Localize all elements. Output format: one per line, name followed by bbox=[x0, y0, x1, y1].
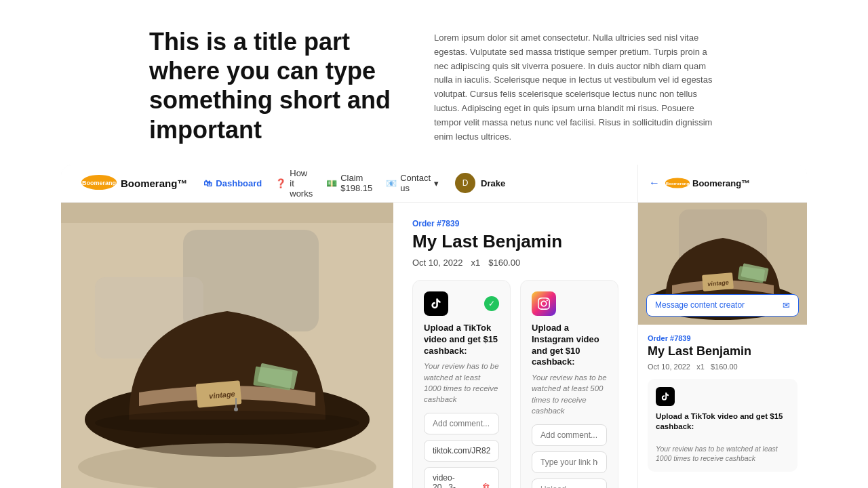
tiktok-file-row: video-20...3-24.mp4 🗑 bbox=[424, 467, 499, 488]
instagram-comment-input[interactable] bbox=[532, 424, 607, 446]
tiktok-filename: video-20...3-24.mp4 bbox=[433, 473, 477, 488]
right-tiktok-header bbox=[656, 387, 789, 406]
page-title: This is a title part where you can type … bbox=[149, 27, 393, 144]
svg-text:Boomerang: Boomerang bbox=[666, 181, 690, 186]
dashboard-label: Dashboard bbox=[216, 178, 262, 188]
right-logo-icon: Boomerang bbox=[665, 178, 690, 188]
page-description: Lorem ipsum dolor sit amet consectetur. … bbox=[434, 27, 719, 144]
claim-label: Claim $198.15 bbox=[340, 173, 372, 193]
nav-contact[interactable]: 📧 Contact us ▾ bbox=[386, 173, 439, 193]
tiktok-icon bbox=[424, 291, 448, 316]
instagram-icon bbox=[532, 291, 556, 316]
completed-badge: ✓ bbox=[484, 296, 499, 311]
chevron-down-icon: ▾ bbox=[434, 178, 439, 188]
right-logo-text: Boomerang™ bbox=[692, 178, 750, 188]
instagram-card-header bbox=[532, 291, 607, 316]
nav-claim[interactable]: 💵 Claim $198.15 bbox=[326, 173, 372, 193]
right-order-label: Order #7839 bbox=[648, 334, 797, 342]
nav-bar: Boomerang Boomerang™ 🛍 Dashboard ❓ How i… bbox=[61, 165, 393, 203]
right-order-price: $160.00 bbox=[711, 363, 738, 371]
claim-icon: 💵 bbox=[326, 178, 337, 188]
left-panel: Boomerang Boomerang™ 🛍 Dashboard ❓ How i… bbox=[61, 165, 393, 488]
order-date: Oct 10, 2022 bbox=[412, 258, 462, 268]
message-icon: ✉ bbox=[783, 300, 790, 310]
right-order-meta: Oct 10, 2022 x1 $160.00 bbox=[648, 363, 797, 371]
order-content: Order #7839 My Last Benjamin Oct 10, 202… bbox=[393, 203, 637, 488]
logo-text: Boomerang™ bbox=[121, 178, 187, 189]
right-tiktok-offer-desc: Your review has to be watched at least 1… bbox=[656, 444, 789, 464]
product-image: vintage bbox=[61, 203, 393, 488]
tiktok-offer-title: Upload a TikTok video and get $15 cashba… bbox=[424, 323, 499, 357]
right-panel: ← Boomerang Boomerang™ vintage bbox=[637, 165, 807, 488]
instagram-offer-title: Upload a Instagram video and get $10 cas… bbox=[532, 323, 607, 369]
right-content: Order #7839 My Last Benjamin Oct 10, 202… bbox=[638, 325, 807, 481]
tiktok-card-header: ✓ bbox=[424, 291, 499, 316]
tiktok-comment-input[interactable] bbox=[424, 413, 499, 434]
offer-cards: ✓ Upload a TikTok video and get $15 cash… bbox=[412, 280, 618, 488]
logo: Boomerang Boomerang™ bbox=[81, 175, 187, 192]
contact-label: Contact us bbox=[400, 173, 431, 193]
instagram-offer-desc: Your review has to be watched at least 5… bbox=[532, 372, 607, 415]
instagram-card: Upload a Instagram video and get $10 cas… bbox=[520, 280, 618, 488]
right-tiktok-offer-title: Upload a TikTok video and get $15 cashba… bbox=[656, 411, 789, 432]
tiktok-link-input[interactable] bbox=[424, 440, 499, 462]
tiktok-offer-desc: Your review has to be watched at least 1… bbox=[424, 361, 499, 404]
right-nav: ← Boomerang Boomerang™ bbox=[638, 165, 807, 203]
avatar: D bbox=[455, 173, 475, 193]
upload-placeholder: Upload same file... bbox=[540, 485, 586, 488]
right-order-date: Oct 10, 2022 bbox=[648, 363, 690, 371]
order-meta: Oct 10, 2022 x1 $160.00 bbox=[412, 258, 618, 268]
nav-dashboard[interactable]: 🛍 Dashboard bbox=[203, 178, 262, 188]
svg-point-12 bbox=[95, 411, 359, 435]
top-section: This is a title part where you can type … bbox=[0, 0, 868, 165]
svg-text:Boomerang: Boomerang bbox=[82, 180, 116, 186]
howworks-label: How it works bbox=[290, 168, 313, 199]
username: Drake bbox=[481, 178, 505, 188]
content-area: Order #7839 My Last Benjamin Oct 10, 202… bbox=[393, 165, 637, 488]
right-tiktok-icon bbox=[656, 387, 675, 406]
order-label: Order #7839 bbox=[412, 219, 618, 228]
nav-how-it-works[interactable]: ❓ How it works bbox=[275, 168, 313, 199]
contact-icon: 📧 bbox=[386, 178, 397, 188]
message-content-creator-button[interactable]: Message content creator ✉ bbox=[646, 294, 799, 317]
order-price: $160.00 bbox=[488, 258, 520, 268]
back-arrow-icon[interactable]: ← bbox=[649, 177, 660, 189]
instagram-upload-row[interactable]: Upload same file... ⬆ bbox=[532, 479, 607, 488]
nav-right: D Drake bbox=[455, 173, 505, 193]
right-tiktok-card: Upload a TikTok video and get $15 cashba… bbox=[648, 379, 797, 472]
delete-file-icon[interactable]: 🗑 bbox=[481, 482, 490, 488]
right-product-image: vintage Message content creator ✉ bbox=[638, 203, 807, 325]
instagram-link-input[interactable] bbox=[532, 451, 607, 473]
hat-svg: vintage bbox=[61, 203, 393, 488]
tiktok-card: ✓ Upload a TikTok video and get $15 cash… bbox=[412, 280, 511, 488]
msg-btn-label: Message content creator bbox=[655, 300, 745, 310]
howworks-icon: ❓ bbox=[275, 178, 286, 188]
right-order-qty: x1 bbox=[696, 363, 705, 371]
dashboard-icon: 🛍 bbox=[203, 178, 212, 188]
order-quantity: x1 bbox=[471, 258, 480, 268]
main-card: Boomerang Boomerang™ 🛍 Dashboard ❓ How i… bbox=[61, 165, 807, 488]
right-order-title: My Last Benjamin bbox=[648, 344, 797, 359]
order-title: My Last Benjamin bbox=[412, 231, 618, 252]
logo-icon: Boomerang bbox=[81, 175, 117, 190]
nav-links: 🛍 Dashboard ❓ How it works 💵 Claim $198.… bbox=[203, 168, 439, 199]
